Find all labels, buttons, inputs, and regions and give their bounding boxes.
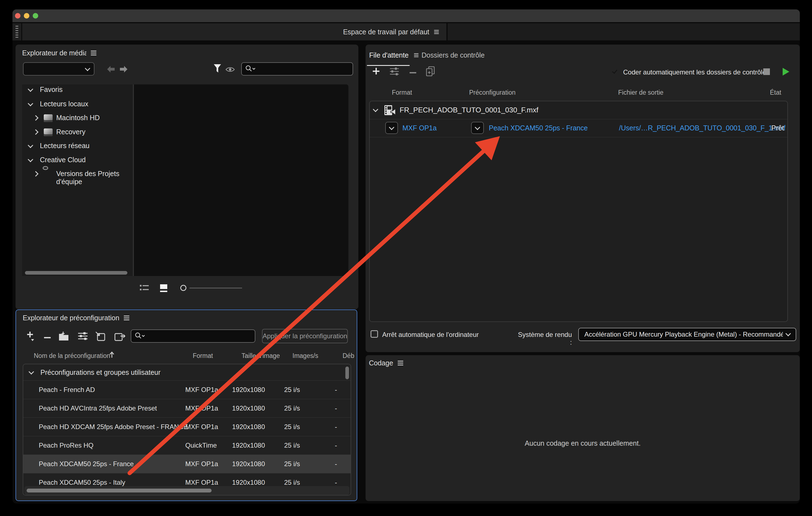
tree-item-label: Favoris bbox=[40, 86, 63, 94]
preset-name: Peach XDCAM50 25ps - France bbox=[39, 460, 134, 468]
forward-icon[interactable] bbox=[119, 66, 128, 74]
job-preset-link[interactable]: Peach XDCAM50 25ps - France bbox=[489, 124, 588, 132]
import-preset-button[interactable] bbox=[95, 331, 106, 342]
preset-column-format[interactable]: Format bbox=[193, 352, 213, 360]
preview-eye-icon[interactable] bbox=[226, 66, 235, 74]
preset-vertical-scrollbar[interactable] bbox=[345, 366, 349, 379]
start-queue-icon[interactable] bbox=[783, 68, 789, 75]
chevron-right-icon[interactable] bbox=[33, 171, 38, 177]
media-browser-panel: Explorateur de médias Favoris bbox=[16, 44, 358, 309]
preset-row[interactable]: Peach HD AVCIntra 25fps Adobe Preset MXF… bbox=[23, 399, 351, 418]
apply-preset-button[interactable]: Appliquer la préconfiguration bbox=[262, 329, 348, 343]
preset-search-input[interactable] bbox=[131, 329, 255, 343]
media-tree: Favoris Lecteurs locaux Macintosh HD Rec… bbox=[22, 85, 134, 276]
preset-group-row[interactable]: Préconfigurations et groupes utilisateur bbox=[23, 364, 351, 381]
preset-dropdown[interactable] bbox=[471, 122, 484, 134]
chevron-right-icon[interactable] bbox=[33, 129, 38, 135]
add-preset-button[interactable] bbox=[26, 331, 35, 343]
chevron-down-icon[interactable] bbox=[373, 107, 378, 112]
job-output-file-link[interactable]: /Users/…R_PECH_ADOB_TUTO_0001_030_F_1.mx… bbox=[619, 124, 762, 132]
panel-drag-grip-icon[interactable] bbox=[16, 26, 18, 38]
preset-bitrate: - bbox=[335, 460, 337, 468]
queue-source-filename: FR_PECH_ADOB_TUTO_0001_030_F.mxf bbox=[400, 106, 539, 114]
preset-frame-size: 1920x1080 bbox=[232, 442, 265, 449]
remove-source-button[interactable] bbox=[409, 70, 416, 75]
tab-watch-folders[interactable]: Dossiers de contrôle bbox=[422, 51, 485, 59]
preset-column-name[interactable]: Nom de la préconfiguration bbox=[34, 352, 110, 360]
auto-shutdown-label: Arrêt automatique de l'ordinateur bbox=[382, 331, 479, 339]
add-source-button[interactable] bbox=[372, 67, 380, 76]
queue-column-format: Format bbox=[392, 89, 412, 96]
queue-column-status: État bbox=[770, 89, 781, 96]
format-dropdown[interactable] bbox=[385, 122, 398, 134]
list-view-icon[interactable] bbox=[140, 284, 149, 293]
back-icon[interactable] bbox=[107, 66, 115, 74]
queue-output-row[interactable]: MXF OP1a Peach XDCAM50 25ps - France /Us… bbox=[370, 119, 787, 137]
auto-shutdown-checkbox[interactable] bbox=[371, 330, 378, 338]
tree-item-lecteurs-locaux[interactable]: Lecteurs locaux bbox=[22, 99, 133, 109]
preset-row-selected[interactable]: Peach XDCAM50 25ps - France MXF OP1a 192… bbox=[23, 455, 351, 473]
job-format-link[interactable]: MXF OP1a bbox=[402, 124, 437, 132]
encoding-empty-message: Aucun codage en cours actuellement. bbox=[366, 439, 800, 447]
preset-browser-panel: Explorateur de préconfiguration Applique… bbox=[16, 309, 357, 501]
chevron-down-icon[interactable] bbox=[28, 143, 33, 148]
duplicate-button[interactable] bbox=[425, 66, 435, 78]
preset-row[interactable]: Peach HD XDCAM 25fps Adobe Preset - FRAN… bbox=[23, 418, 351, 436]
zoom-window-button[interactable] bbox=[33, 13, 38, 19]
preset-row[interactable]: Peach - French AD MXF OP1a 1920x1080 25 … bbox=[23, 381, 351, 399]
export-preset-button[interactable] bbox=[114, 331, 126, 342]
tree-item-label: Lecteurs réseau bbox=[40, 142, 89, 150]
encoding-panel-menu-icon[interactable] bbox=[398, 363, 403, 363]
preset-fps: 25 i/s bbox=[284, 386, 300, 394]
tree-horizontal-scrollbar[interactable] bbox=[25, 271, 127, 275]
active-tab-underline bbox=[367, 65, 410, 66]
tree-item-label: Creative Cloud bbox=[40, 156, 86, 164]
remove-preset-button[interactable] bbox=[44, 335, 51, 340]
workspace-tab[interactable]: Espace de travail par défaut bbox=[343, 23, 439, 40]
queue-source-row[interactable]: FR_PECH_ADOB_TUTO_0001_030_F.mxf bbox=[370, 101, 787, 119]
renderer-dropdown[interactable]: Accélération GPU Mercury Playback Engine… bbox=[578, 328, 796, 341]
tree-item-lecteurs-reseau[interactable]: Lecteurs réseau bbox=[22, 141, 133, 151]
job-settings-button[interactable] bbox=[389, 67, 399, 77]
tree-item-creative-cloud[interactable]: Creative Cloud bbox=[22, 155, 133, 165]
sort-ascending-icon[interactable] bbox=[109, 351, 115, 359]
tree-item-macintosh-hd[interactable]: Macintosh HD bbox=[22, 113, 133, 123]
tab-queue[interactable]: File d'attente bbox=[369, 51, 419, 59]
media-directory-dropdown[interactable] bbox=[23, 62, 94, 75]
tree-item-recovery[interactable]: Recovery bbox=[22, 127, 133, 137]
media-browser-menu-icon[interactable] bbox=[91, 53, 96, 54]
filter-icon[interactable] bbox=[213, 64, 222, 74]
close-window-button[interactable] bbox=[15, 13, 21, 19]
preset-settings-button[interactable] bbox=[78, 332, 88, 342]
thumbnail-size-slider-track[interactable] bbox=[190, 287, 242, 289]
preset-fps: 25 i/s bbox=[284, 423, 300, 431]
queue-column-preset: Préconfiguration bbox=[469, 89, 516, 96]
preset-browser-menu-icon[interactable] bbox=[124, 317, 129, 318]
tree-item-versions-projets-equipe[interactable]: Versions des Projets d'équipe bbox=[22, 169, 133, 179]
new-preset-group-button[interactable] bbox=[58, 331, 69, 342]
preset-row[interactable]: Peach ProRes HQ QuickTime 1920x1080 25 i… bbox=[23, 436, 351, 455]
preset-column-frame-size[interactable]: Taille d'image bbox=[241, 352, 280, 360]
chevron-down-icon[interactable] bbox=[28, 157, 33, 162]
chevron-down-icon[interactable] bbox=[28, 101, 33, 106]
stop-queue-icon[interactable] bbox=[763, 68, 770, 75]
media-search-input[interactable] bbox=[241, 62, 353, 75]
window-titlebar[interactable] bbox=[12, 9, 800, 22]
queue-menu-icon[interactable] bbox=[414, 55, 418, 55]
preset-fps: 25 i/s bbox=[284, 404, 300, 412]
preset-name: Peach HD XDCAM 25fps Adobe Preset - FRAN… bbox=[39, 423, 188, 431]
chevron-right-icon[interactable] bbox=[33, 115, 38, 121]
preset-horizontal-scrollbar[interactable] bbox=[27, 489, 211, 492]
workspace-menu-icon[interactable] bbox=[434, 32, 439, 32]
queue-column-output-file: Fichier de sortie bbox=[618, 89, 664, 96]
thumbnail-size-slider-knob[interactable] bbox=[180, 285, 186, 291]
tree-item-favoris[interactable]: Favoris bbox=[22, 85, 133, 95]
encoding-panel: Codage Aucun codage en cours actuellemen… bbox=[366, 355, 800, 501]
chevron-down-icon[interactable] bbox=[29, 369, 34, 374]
chevron-down-icon[interactable] bbox=[28, 86, 33, 92]
preset-column-bitrate[interactable]: Déb bbox=[343, 352, 354, 360]
preset-frame-size: 1920x1080 bbox=[232, 460, 265, 468]
preset-browser-title: Explorateur de préconfiguration bbox=[23, 314, 119, 322]
preset-column-fps[interactable]: Images/s bbox=[292, 352, 318, 360]
minimize-window-button[interactable] bbox=[24, 13, 29, 19]
